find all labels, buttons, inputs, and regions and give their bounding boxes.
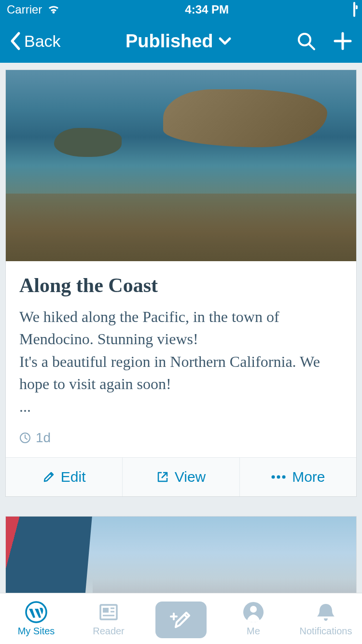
svg-point-5: [272, 475, 275, 478]
ellipsis-icon: [271, 475, 286, 479]
svg-line-1: [309, 44, 314, 49]
tab-bar: My Sites Reader Me Notifications: [0, 593, 362, 644]
edit-label: Edit: [61, 469, 86, 485]
bell-icon: [315, 601, 337, 624]
post-featured-image: [6, 517, 356, 593]
chevron-left-icon: [10, 31, 21, 51]
post-card[interactable]: Along the Coast We hiked along the Pacif…: [5, 70, 357, 497]
tab-reader[interactable]: Reader: [72, 593, 145, 644]
chevron-down-icon: [218, 37, 232, 45]
back-label: Back: [24, 32, 61, 51]
posts-list[interactable]: Along the Coast We hiked along the Pacif…: [0, 63, 362, 593]
tab-label: Me: [247, 626, 260, 637]
back-button[interactable]: Back: [10, 31, 61, 51]
pencil-icon: [42, 471, 55, 483]
compose-icon: [169, 608, 193, 632]
post-title: Along the Coast: [19, 274, 343, 297]
svg-point-8: [26, 602, 46, 622]
nav-bar: Back Published: [0, 19, 362, 63]
wifi-icon: [47, 4, 60, 15]
tab-label: Reader: [93, 626, 125, 637]
carrier-label: Carrier: [7, 3, 42, 16]
filter-dropdown[interactable]: Published: [61, 31, 296, 52]
more-label: More: [292, 469, 325, 485]
tab-notifications[interactable]: Notifications: [290, 593, 362, 644]
nav-title: Published: [125, 31, 213, 52]
status-time: 4:34 PM: [60, 3, 353, 16]
clock-icon: [19, 432, 31, 444]
post-actions: Edit View More: [6, 457, 356, 496]
view-button[interactable]: View: [123, 458, 239, 496]
tab-my-sites[interactable]: My Sites: [0, 593, 72, 644]
svg-point-6: [277, 475, 280, 478]
tab-label: My Sites: [18, 626, 55, 637]
svg-rect-10: [103, 608, 109, 613]
external-link-icon: [156, 471, 169, 483]
svg-point-17: [250, 606, 257, 613]
add-button[interactable]: [333, 31, 352, 51]
edit-button[interactable]: Edit: [6, 458, 123, 496]
tab-me[interactable]: Me: [217, 593, 290, 644]
battery-icon: [353, 3, 355, 16]
compose-button[interactable]: [155, 602, 207, 638]
profile-icon: [242, 601, 265, 624]
status-bar: Carrier 4:34 PM: [0, 0, 362, 19]
tab-compose[interactable]: [145, 593, 217, 644]
tab-label: Notifications: [300, 626, 352, 637]
reader-icon: [97, 601, 120, 624]
more-button[interactable]: More: [240, 458, 356, 496]
post-age: 1d: [36, 430, 51, 446]
post-meta: 1d: [19, 430, 343, 446]
view-label: View: [175, 469, 206, 485]
post-card[interactable]: [5, 516, 357, 593]
wordpress-icon: [25, 601, 47, 624]
post-excerpt: We hiked along the Pacific, in the town …: [19, 306, 343, 418]
svg-point-7: [282, 475, 286, 478]
post-featured-image: [6, 70, 356, 261]
search-button[interactable]: [296, 31, 316, 51]
